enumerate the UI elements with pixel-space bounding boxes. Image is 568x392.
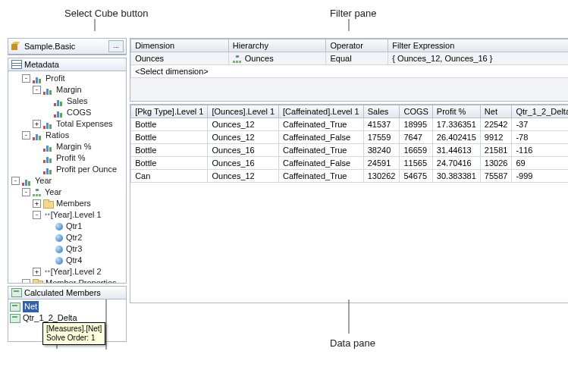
data-cell[interactable]: Ounces_12 xyxy=(208,118,279,131)
data-column-header[interactable]: Sales xyxy=(363,105,400,118)
toggle-icon[interactable]: + xyxy=(33,199,41,208)
data-cell[interactable]: Ounces_16 xyxy=(208,144,279,157)
data-cell[interactable]: Caffeinated_False xyxy=(279,131,364,144)
tree-item[interactable]: COGS xyxy=(67,107,91,118)
data-cell[interactable]: Caffeinated_True xyxy=(279,118,364,131)
filter-table[interactable]: Dimension Hierarchy Operator Filter Expr… xyxy=(130,39,568,78)
data-cell[interactable]: 31.44613 xyxy=(432,144,480,157)
data-cell[interactable]: Caffeinated_True xyxy=(279,170,364,183)
data-cell[interactable]: Ounces_12 xyxy=(208,131,279,144)
filter-cell[interactable]: { Ounces_12, Ounces_16 } xyxy=(388,52,568,65)
data-cell[interactable]: 21581 xyxy=(480,144,512,157)
data-cell[interactable]: -999 xyxy=(512,170,568,183)
filter-header[interactable]: Operator xyxy=(326,39,388,52)
table-row[interactable]: CanOunces_12Caffeinated_True130262546753… xyxy=(131,170,568,183)
data-cell[interactable]: -78 xyxy=(512,131,568,144)
toggle-icon[interactable]: + xyxy=(33,268,41,276)
data-cell[interactable]: Ounces_16 xyxy=(208,157,279,170)
tree-item[interactable]: Members xyxy=(56,198,91,209)
data-cell[interactable]: 30.383381 xyxy=(432,170,480,183)
calc-member-item[interactable]: Net xyxy=(23,301,39,312)
tree-item[interactable]: [Year].Level 2 xyxy=(51,266,102,278)
data-cell[interactable]: Bottle xyxy=(131,144,208,157)
data-column-header[interactable]: [Ounces].Level 1 xyxy=(208,105,279,118)
data-cell[interactable]: 41537 xyxy=(363,118,400,131)
data-cell[interactable]: 18995 xyxy=(400,118,432,131)
data-cell[interactable]: -116 xyxy=(512,144,568,157)
tree-item[interactable]: Profit % xyxy=(56,152,86,164)
tree-item[interactable]: Year xyxy=(45,187,61,198)
toggle-icon[interactable]: - xyxy=(33,86,41,94)
data-cell[interactable]: Ounces_12 xyxy=(208,170,279,183)
data-cell[interactable]: 69 xyxy=(512,157,568,170)
data-cell[interactable]: Bottle xyxy=(131,157,208,170)
data-column-header[interactable]: [Pkg Type].Level 1 xyxy=(131,105,208,118)
data-cell[interactable]: 13026 xyxy=(480,157,512,170)
data-cell[interactable]: 75587 xyxy=(480,170,512,183)
tree-item[interactable]: Profit xyxy=(46,73,65,84)
data-cell[interactable]: 11565 xyxy=(400,157,432,170)
data-cell[interactable]: 17559 xyxy=(363,131,400,144)
tree-item[interactable]: [Year].Level 1 xyxy=(51,209,102,221)
filter-cell[interactable]: Ounces xyxy=(131,52,229,65)
tree-item[interactable]: Qtr2 xyxy=(66,232,82,243)
table-row[interactable]: BottleOunces_16Caffeinated_True382401665… xyxy=(131,144,568,157)
data-cell[interactable]: -37 xyxy=(512,118,568,131)
hierarchy-icon xyxy=(233,55,242,63)
toggle-icon[interactable]: - xyxy=(22,131,30,140)
toggle-icon[interactable]: - xyxy=(22,74,30,83)
annotation-calc-members: Calculated Members pane xyxy=(32,349,98,350)
tree-item[interactable]: Qtr1 xyxy=(66,221,82,232)
data-cell[interactable]: Bottle xyxy=(131,118,208,131)
data-cell[interactable]: 7647 xyxy=(400,131,432,144)
data-cell[interactable]: 24591 xyxy=(363,157,400,170)
data-cell[interactable]: 24.70416 xyxy=(432,157,480,170)
table-row[interactable]: BottleOunces_12Caffeinated_False17559764… xyxy=(131,131,568,144)
data-cell[interactable]: Caffeinated_True xyxy=(279,144,364,157)
data-column-header[interactable]: COGS xyxy=(400,105,432,118)
bars-icon xyxy=(43,154,54,163)
toggle-icon[interactable]: - xyxy=(11,177,20,185)
data-cell[interactable]: Caffeinated_False xyxy=(279,157,364,170)
data-cell[interactable]: 130262 xyxy=(363,170,400,183)
tree-item[interactable]: Qtr3 xyxy=(66,243,82,255)
filter-header[interactable]: Dimension xyxy=(131,39,229,52)
tree-item[interactable]: Ratios xyxy=(46,130,69,141)
toggle-icon[interactable]: - xyxy=(22,279,30,283)
tree-item[interactable]: Year xyxy=(35,175,52,187)
data-column-header[interactable]: Qtr_1_2_Delta xyxy=(512,105,568,118)
filter-cell[interactable]: Equal xyxy=(326,52,388,65)
toggle-icon[interactable]: - xyxy=(22,188,30,196)
data-cell[interactable]: 16659 xyxy=(400,144,432,157)
tree-item[interactable]: Profit per Ounce xyxy=(56,164,117,175)
select-cube-button[interactable]: ... xyxy=(108,40,124,52)
data-table[interactable]: [Pkg Type].Level 1[Ounces].Level 1[Caffe… xyxy=(130,105,568,183)
tree-item[interactable]: Member Properties xyxy=(46,278,117,283)
data-cell[interactable]: 26.402415 xyxy=(432,131,480,144)
data-cell[interactable]: 9912 xyxy=(480,131,512,144)
tree-item[interactable]: Qtr4 xyxy=(66,255,82,266)
data-cell[interactable]: 38240 xyxy=(363,144,400,157)
filter-header[interactable]: Hierarchy xyxy=(228,39,326,52)
data-cell[interactable]: Bottle xyxy=(131,131,208,144)
tree-item[interactable]: Margin % xyxy=(56,141,91,152)
data-column-header[interactable]: [Caffeinated].Level 1 xyxy=(279,105,364,118)
tree-item[interactable]: Total Expenses xyxy=(56,118,113,130)
filter-placeholder-row[interactable]: <Select dimension> xyxy=(131,65,568,78)
data-cell[interactable]: 22542 xyxy=(480,118,512,131)
filter-cell[interactable]: Ounces xyxy=(228,52,326,65)
data-column-header[interactable]: Profit % xyxy=(432,105,480,118)
data-cell[interactable]: Can xyxy=(131,170,208,183)
data-cell[interactable]: 54675 xyxy=(400,170,432,183)
toggle-icon[interactable]: + xyxy=(33,120,41,128)
metadata-tree[interactable]: -Profit -Margin Sales COGS +Total Expens… xyxy=(8,71,126,283)
table-row[interactable]: BottleOunces_12Caffeinated_True415371899… xyxy=(131,118,568,131)
filter-header[interactable]: Filter Expression xyxy=(388,39,568,52)
data-pane: [Pkg Type].Level 1[Ounces].Level 1[Caffe… xyxy=(130,104,568,303)
tree-item[interactable]: Sales xyxy=(67,96,88,107)
tree-item[interactable]: Margin xyxy=(56,84,82,96)
table-row[interactable]: BottleOunces_16Caffeinated_False24591115… xyxy=(131,157,568,170)
data-column-header[interactable]: Net xyxy=(480,105,512,118)
data-cell[interactable]: 17.336351 xyxy=(432,118,480,131)
toggle-icon[interactable]: - xyxy=(33,211,41,219)
